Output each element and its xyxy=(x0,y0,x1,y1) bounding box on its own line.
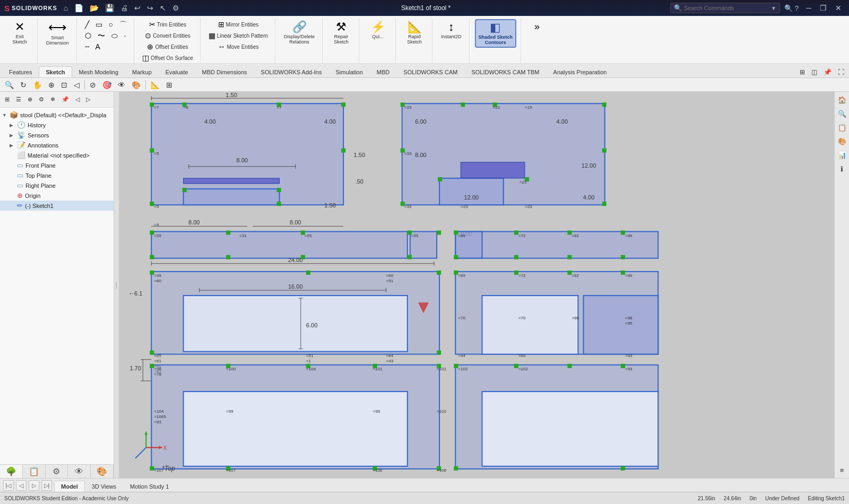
tab-mesh-modeling[interactable]: Mesh Modeling xyxy=(72,66,126,77)
search-box[interactable]: 🔍 ▼ xyxy=(670,3,780,13)
display-relations-button[interactable]: 🔗 Display/DeleteRelations xyxy=(281,19,318,47)
right-tasks-button[interactable]: 📋 xyxy=(836,121,848,133)
print-button[interactable]: 🖨 xyxy=(118,3,130,13)
pin-tree-button[interactable]: 📌 xyxy=(59,94,72,105)
grid-button[interactable]: ⊞ xyxy=(163,79,175,91)
select-button[interactable]: ↖ xyxy=(158,3,168,13)
home-button[interactable]: ⌂ xyxy=(62,3,70,13)
move-entities-button[interactable]: ↔ Move Entities xyxy=(206,41,271,52)
tree-item-annotations[interactable]: ▶ 📝 Annotations xyxy=(0,140,114,150)
bottom-tab-model[interactable]: Model xyxy=(54,481,85,492)
ribbon-pin-button[interactable]: 📌 xyxy=(821,67,834,77)
linear-pattern-button[interactable]: ▦ Linear Sketch Pattern xyxy=(206,30,271,41)
nav-last-button[interactable]: ▷| xyxy=(41,480,52,491)
zoom-button[interactable]: ⊕ xyxy=(46,79,57,91)
view-tools-button[interactable]: 🔍 xyxy=(2,79,16,91)
nav-first-button[interactable]: |◁ xyxy=(3,480,14,491)
panel-layout-button[interactable]: ⊞ xyxy=(797,67,808,77)
tab-mbd[interactable]: MBD xyxy=(370,66,396,77)
prev-view-button[interactable]: ◁ xyxy=(71,79,82,91)
filter-button[interactable]: ⊕ xyxy=(25,94,35,105)
sketch-display-button[interactable]: 📐 xyxy=(148,79,162,91)
right-home-button[interactable]: 🏠 xyxy=(836,94,848,106)
ellipse-button[interactable]: ⬭ xyxy=(109,30,120,41)
repair-sketch-button[interactable]: ⚒ RepairSketch xyxy=(328,19,354,47)
tab-cam-tbm[interactable]: SOLIDWORKS CAM TBM xyxy=(464,66,546,77)
spline-button[interactable]: 〜 xyxy=(95,30,108,41)
settings-button[interactable]: ⚙ xyxy=(36,94,47,105)
point-button[interactable]: · xyxy=(122,30,129,41)
convert-entities-button[interactable]: ⊙ Convert Entities xyxy=(140,30,196,41)
panel-tab-config[interactable]: ⚙ xyxy=(46,465,68,478)
right-search-button[interactable]: 🔍 xyxy=(836,108,848,119)
quick-snaps-button[interactable]: ⚡ Qui... xyxy=(365,19,391,41)
redo-button[interactable]: ↪ xyxy=(145,3,155,13)
hide-show-button[interactable]: 👁 xyxy=(115,79,128,91)
tree-item-origin[interactable]: ⊕ Origin xyxy=(0,190,114,201)
centerline-button[interactable]: ╌ xyxy=(82,41,92,52)
rapid-sketch-button[interactable]: 📐 RapidSketch xyxy=(401,19,428,47)
tab-analysis[interactable]: Analysis Preparation xyxy=(547,66,614,77)
polygon-button[interactable]: ⬡ xyxy=(82,30,94,41)
tab-sketch[interactable]: Sketch xyxy=(39,66,72,77)
expand-button[interactable]: ⛶ xyxy=(835,67,847,77)
tab-features[interactable]: Features xyxy=(2,66,39,77)
arc-button[interactable]: ⌒ xyxy=(117,19,129,30)
shaded-contours-button[interactable]: ◧ Shaded SketchContours xyxy=(475,19,517,48)
text-button[interactable]: A xyxy=(93,41,103,52)
close-button[interactable]: ✕ xyxy=(832,3,845,13)
open-button[interactable]: 📂 xyxy=(88,3,101,13)
panel-tab-feature-tree[interactable]: 🌳 xyxy=(0,465,23,478)
instant2d-button[interactable]: ↕ Instant2D xyxy=(438,19,465,41)
tab-addins[interactable]: SOLIDWORKS Add-Ins xyxy=(254,66,329,77)
tree-item-top-plane[interactable]: ▭ Top Plane xyxy=(0,170,114,180)
tree-item-root[interactable]: ▼ 📦 stool (Default) <<Default>_Displa xyxy=(0,110,114,120)
canvas-area[interactable]: 1.50 4.00 8.00 4.00 1.50 .50 1.50 xyxy=(119,92,834,478)
more-options-button[interactable]: » xyxy=(526,19,548,34)
help-search-button[interactable]: 🔍 xyxy=(784,4,793,12)
right-model-info-button[interactable]: ℹ xyxy=(836,163,848,175)
offset-entities-button[interactable]: ⊕ Offset Entities xyxy=(140,41,196,52)
exit-sketch-button[interactable]: ✕ ExitSketch xyxy=(6,19,33,47)
panel-tab-appearance[interactable]: 🎨 xyxy=(91,465,114,478)
search-input[interactable] xyxy=(684,5,769,11)
right-custom-prop-button[interactable]: 📊 xyxy=(836,149,848,161)
panel-tab-display[interactable]: 👁 xyxy=(68,465,91,478)
nav-prev-button[interactable]: ◁ xyxy=(16,480,27,491)
tab-cam[interactable]: SOLIDWORKS CAM xyxy=(396,66,464,77)
tree-item-right-plane[interactable]: ▭ Right Plane xyxy=(0,180,114,190)
tree-item-sketch1[interactable]: ✏ (-) Sketch1 xyxy=(0,201,114,211)
undo-button[interactable]: ↩ xyxy=(132,3,143,13)
expand-all-button[interactable]: ⊞ xyxy=(2,94,12,105)
forward-arrow-button[interactable]: ▷ xyxy=(83,94,93,105)
offset-surface-button[interactable]: ◫ Offset On Surface xyxy=(140,53,196,63)
panel-tab-property[interactable]: 📋 xyxy=(23,465,46,478)
right-appearances-button[interactable]: 🎨 xyxy=(836,135,848,147)
bottom-tab-motion[interactable]: Motion Study 1 xyxy=(123,481,176,492)
fit-button[interactable]: ⊡ xyxy=(58,79,70,91)
freeze-button[interactable]: ❄ xyxy=(48,94,58,105)
right-expand-button[interactable]: ≡ xyxy=(836,464,848,476)
panel-collapse-button[interactable]: ◫ xyxy=(809,67,820,77)
smart-dimension-button[interactable]: ⟷ SmartDimension xyxy=(43,19,72,48)
list-view-button[interactable]: ☰ xyxy=(13,94,24,105)
tree-item-history[interactable]: ▶ 🕐 History xyxy=(0,120,114,130)
minimize-button[interactable]: ─ xyxy=(803,3,815,13)
view-orient-button[interactable]: 🎯 xyxy=(100,79,114,91)
tree-item-material[interactable]: ⬜ Material <not specified> xyxy=(0,150,114,160)
tab-mbd-dimensions[interactable]: MBD Dimensions xyxy=(195,66,254,77)
display-style-button[interactable]: 🎨 xyxy=(129,79,143,91)
tab-simulation[interactable]: Simulation xyxy=(329,66,370,77)
circle-button[interactable]: ○ xyxy=(106,19,116,30)
mirror-entities-button[interactable]: ⊞ Mirror Entities xyxy=(206,19,271,30)
restore-button[interactable]: ❐ xyxy=(817,3,830,13)
trim-entities-button[interactable]: ✂ Trim Entities xyxy=(140,19,196,30)
rectangle-button[interactable]: ▭ xyxy=(93,19,105,30)
tree-item-sensors[interactable]: ▶ 📡 Sensors xyxy=(0,130,114,140)
help-button[interactable]: ? xyxy=(795,4,799,12)
search-dropdown-icon[interactable]: ▼ xyxy=(771,5,776,11)
back-arrow-button[interactable]: ◁ xyxy=(73,94,82,105)
section-view-button[interactable]: ⊘ xyxy=(87,79,99,91)
options-button[interactable]: ⚙ xyxy=(170,3,181,13)
panel-collapse-handle[interactable]: │ xyxy=(114,92,119,478)
